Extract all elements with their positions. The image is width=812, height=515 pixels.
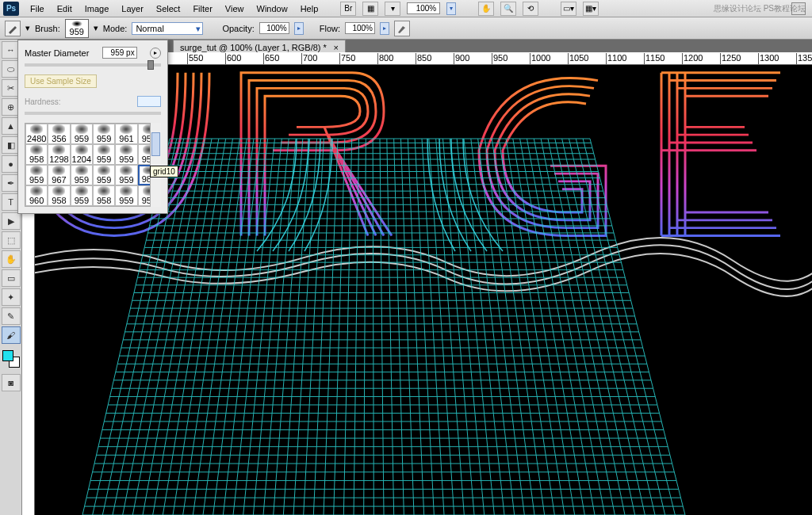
menu-file[interactable]: File [24, 2, 51, 16]
flow-dropdown[interactable]: ▸ [380, 22, 389, 35]
foreground-color[interactable] [2, 350, 13, 361]
brush-icon [7, 23, 18, 34]
brush-preset-cell[interactable]: 959 [115, 144, 137, 165]
app-logo[interactable]: Ps [3, 2, 19, 16]
svg-line-31 [387, 139, 394, 515]
svg-line-48 [506, 139, 565, 515]
svg-line-23 [313, 139, 331, 515]
svg-line-34 [408, 139, 423, 515]
svg-line-51 [527, 139, 596, 515]
opacity-label: Opacity: [222, 24, 254, 33]
current-tool-preset[interactable] [5, 21, 21, 36]
use-sample-size-button[interactable]: Use Sample Size [25, 74, 97, 88]
svg-line-26 [343, 139, 351, 515]
brush-preset-cell[interactable]: 959 [25, 165, 48, 185]
hardness-slider [25, 112, 161, 115]
brush-preset-cell[interactable]: 959 [115, 165, 137, 185]
screen-mode-icon[interactable]: ▭▾ [561, 2, 576, 16]
brush-preset-picker[interactable]: 959 [65, 19, 89, 38]
hardness-label: Hardness: [25, 97, 61, 106]
opacity-field[interactable]: 100% [259, 22, 289, 34]
arrange-icon[interactable]: ▦▾ [583, 2, 599, 16]
svg-line-25 [334, 139, 345, 515]
options-bar: ▾ Brush: 959 ▾ Mode: Normal Opacity: 100… [0, 17, 812, 40]
brush-preset-panel: Master Diameter ▸ Use Sample Size Hardne… [17, 40, 168, 214]
brush-preset-cell[interactable]: 959 [71, 124, 93, 144]
brush-preset-cell[interactable]: 959 [93, 165, 115, 185]
svg-line-32 [394, 139, 404, 515]
master-diameter-slider[interactable] [25, 63, 161, 67]
brush-scrollbar[interactable] [150, 123, 161, 207]
brush-preset-cell[interactable]: 958 [25, 144, 48, 165]
master-diameter-field[interactable] [102, 47, 137, 59]
svg-line-24 [324, 139, 338, 515]
launch-bridge-icon[interactable]: Br [340, 2, 356, 16]
svg-line-52 [534, 139, 604, 515]
brush-preset-cell[interactable]: 958 [93, 185, 115, 206]
airbrush-icon [397, 24, 407, 33]
eyedropper-tool[interactable]: ✎ [2, 307, 21, 325]
wand-tool[interactable]: ✦ [2, 288, 21, 306]
brush-label: Brush: [35, 24, 60, 33]
view-extras-icon[interactable]: ▦ [362, 2, 378, 16]
brush-preset-cell[interactable]: 2480 [25, 124, 48, 144]
rotate-view-icon[interactable]: ⟲ [523, 2, 538, 16]
quickmask-toggle[interactable]: ◙ [2, 374, 21, 391]
svg-line-42 [464, 139, 504, 515]
brush-preset-cell[interactable]: 961 [115, 124, 137, 144]
panel-menu-icon[interactable]: ▸ [150, 48, 161, 59]
svg-line-49 [513, 139, 575, 515]
watermark-text: 思缘设计论坛 PS教程论坛 [714, 3, 806, 14]
menu-help[interactable]: Help [294, 2, 325, 16]
opacity-dropdown[interactable]: ▸ [294, 22, 304, 35]
svg-line-10 [183, 139, 240, 515]
brush-preset-cell[interactable]: 1204 [71, 144, 93, 165]
menu-edit[interactable]: Edit [51, 2, 79, 16]
brush-preset-cell[interactable]: 959 [93, 124, 115, 144]
menu-filter[interactable]: Filter [186, 2, 218, 16]
svg-line-57 [569, 139, 656, 515]
brush-preset-cell[interactable]: 1298 [48, 144, 70, 165]
svg-line-40 [450, 139, 484, 515]
path-select-tool[interactable]: ▶ [2, 212, 21, 230]
zoom-dropdown[interactable]: ▾ [446, 2, 456, 15]
svg-line-14 [223, 139, 267, 515]
hand-tool-icon[interactable]: ✋ [478, 2, 494, 16]
brush-preset-cell[interactable]: 959 [93, 144, 115, 165]
svg-line-29 [373, 139, 373, 515]
hardness-field [137, 96, 161, 107]
menu-image[interactable]: Image [79, 2, 116, 16]
brush-tooltip: grid10 [150, 166, 178, 177]
master-diameter-label: Master Diameter [25, 48, 89, 58]
svg-line-9 [173, 139, 233, 515]
close-tab-icon[interactable]: × [334, 43, 339, 52]
mode-label: Mode: [103, 24, 128, 33]
brush-preset-cell[interactable]: 958 [48, 185, 70, 206]
menu-select[interactable]: Select [150, 2, 187, 16]
color-swatches[interactable] [2, 350, 20, 368]
brush-tool[interactable]: 🖌 [2, 326, 21, 344]
svg-line-55 [555, 139, 635, 515]
svg-line-30 [380, 139, 384, 515]
svg-line-58 [576, 139, 665, 515]
airbrush-toggle[interactable] [394, 21, 410, 36]
menu-view[interactable]: View [219, 2, 251, 16]
arrange-docs-icon[interactable]: ▾ [385, 2, 400, 16]
hand-tool[interactable]: ✋ [2, 250, 21, 268]
blend-mode-select[interactable]: Normal [132, 22, 203, 35]
brush-preset-cell[interactable]: 967 [48, 165, 70, 185]
menu-window[interactable]: Window [251, 2, 294, 16]
brush-preset-cell[interactable]: 959 [71, 185, 93, 206]
brush-preset-cell[interactable]: 356 [48, 124, 70, 144]
menubar-extras: Br ▦ ▾ 100% ▾ ✋ 🔍 ⟲ ▭▾ ▦▾ [340, 2, 599, 16]
zoom-tool-icon[interactable]: 🔍 [500, 2, 516, 16]
menu-layer[interactable]: Layer [115, 2, 150, 16]
zoom-level-field[interactable]: 100% [407, 2, 440, 14]
brush-preset-cell[interactable]: 959 [71, 165, 93, 185]
flow-field[interactable]: 100% [345, 22, 375, 34]
threed-tool[interactable]: ⬚ [2, 231, 21, 249]
brush-preset-cell[interactable]: 959 [115, 185, 137, 206]
svg-line-35 [415, 139, 434, 515]
brush-preset-cell[interactable]: 960 [25, 185, 48, 206]
marquee-tool[interactable]: ▭ [2, 269, 21, 287]
